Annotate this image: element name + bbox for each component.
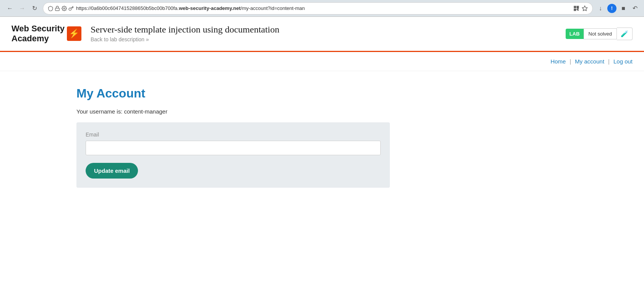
- back-arrow-icon[interactable]: ↶: [630, 4, 639, 13]
- lab-badge: LAB Not solved 🧪: [566, 28, 633, 40]
- main-content: My Account Your username is: content-man…: [0, 71, 644, 203]
- svg-rect-5: [574, 6, 575, 7]
- lab-label: LAB: [566, 29, 584, 39]
- svg-rect-0: [55, 8, 60, 10]
- lock-icon: [55, 6, 60, 11]
- page-content: Home | My account | Log out My Account Y…: [0, 52, 644, 274]
- email-label: Email: [86, 132, 381, 138]
- url-display: https://0a6b00c6047415288650b5bc00b700fa…: [76, 5, 571, 11]
- extensions-icon[interactable]: ■: [619, 4, 628, 13]
- svg-marker-8: [582, 6, 587, 11]
- page-title: My Account: [76, 86, 568, 101]
- browser-toolbar-icons: ↓ ! ■ ↶: [596, 4, 639, 13]
- back-to-lab-link[interactable]: Back to lab description »: [91, 36, 149, 42]
- lab-status: Not solved: [584, 28, 617, 39]
- email-input[interactable]: [86, 141, 381, 155]
- nav-separator-2: |: [608, 58, 610, 65]
- svg-point-1: [63, 8, 65, 9]
- address-bar-icons: [48, 6, 74, 11]
- key-icon: [68, 6, 74, 11]
- reload-button[interactable]: ↻: [29, 3, 40, 14]
- lab-info: Server-side template injection using doc…: [91, 24, 279, 43]
- forward-button[interactable]: →: [17, 3, 28, 14]
- svg-rect-7: [574, 9, 575, 10]
- profile-icon[interactable]: !: [607, 4, 616, 13]
- nav-buttons: ← → ↻: [5, 3, 40, 14]
- settings-icon: [62, 6, 67, 11]
- address-bar[interactable]: https://0a6b00c6047415288650b5bc00b700fa…: [43, 2, 593, 15]
- nav-home-link[interactable]: Home: [550, 58, 566, 65]
- logo-text: Web SecurityAcademy: [11, 24, 65, 44]
- email-form: Email Update email: [76, 122, 390, 188]
- lab-header: Web SecurityAcademy ⚡ Server-side templa…: [0, 17, 644, 52]
- shield-icon: [48, 6, 53, 11]
- page-nav: Home | My account | Log out: [0, 52, 644, 71]
- nav-logout-link[interactable]: Log out: [613, 58, 633, 65]
- lab-flask-icon[interactable]: 🧪: [617, 28, 633, 40]
- qr-icon: [573, 5, 579, 11]
- logo-icon: ⚡: [67, 26, 81, 41]
- lab-header-left: Web SecurityAcademy ⚡ Server-side templa…: [11, 24, 279, 44]
- nav-separator-1: |: [569, 58, 571, 65]
- star-icon[interactable]: [582, 5, 588, 11]
- download-icon[interactable]: ↓: [596, 4, 605, 13]
- logo: Web SecurityAcademy ⚡: [11, 24, 81, 44]
- lab-title: Server-side template injection using doc…: [91, 24, 279, 35]
- username-display: Your username is: content-manager: [76, 108, 568, 115]
- back-button[interactable]: ←: [5, 3, 15, 14]
- logo-text-line1: Web SecurityAcademy: [11, 24, 65, 44]
- svg-rect-6: [577, 6, 578, 7]
- browser-chrome: ← → ↻ https://0a6b00c6047415288650b5bc00…: [0, 0, 644, 17]
- update-email-button[interactable]: Update email: [86, 163, 138, 179]
- nav-my-account-link[interactable]: My account: [575, 58, 604, 65]
